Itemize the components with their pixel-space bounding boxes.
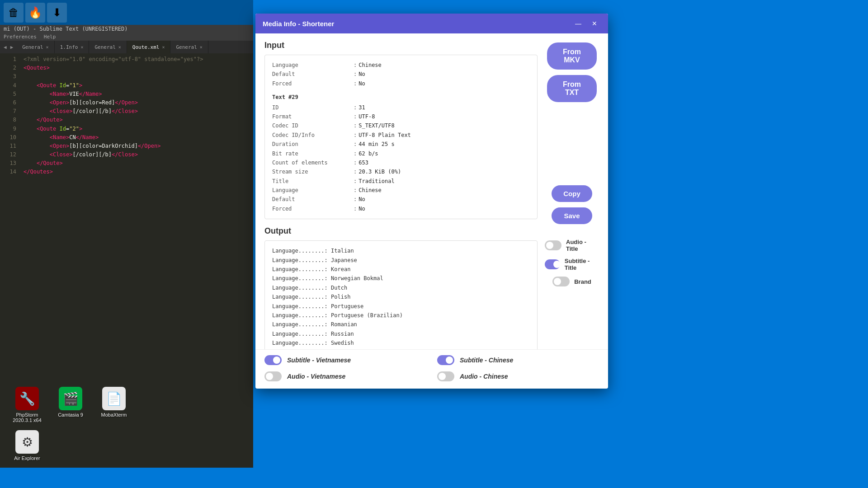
fire-app-icon[interactable]: 🔥 (25, 3, 45, 23)
subtitle-vietnamese-toggle[interactable] (264, 355, 282, 365)
save-button[interactable]: Save (552, 207, 592, 224)
side-panel: From MKV From TXT Copy Save Audio - Titl… (545, 41, 599, 342)
desktop-app-camtasia[interactable]: 🎬 Camtasia 9 (52, 387, 89, 423)
audio-chinese-toggle[interactable] (437, 371, 454, 381)
audio-vietnamese-label: Audio - Vietnamese (287, 373, 345, 380)
input-section-title: Input (264, 41, 538, 50)
desktop-app-mobaxterm[interactable]: 📄 MobaXterm (96, 387, 132, 423)
audio-chinese-row: Audio - Chinese (437, 371, 599, 381)
close-button[interactable]: ✕ (588, 19, 601, 28)
subtitle-chinese-toggle[interactable] (437, 355, 454, 365)
window-controls: — ✕ (572, 19, 601, 28)
tab-info[interactable]: 1.Info × (55, 41, 90, 53)
tab-close-2[interactable]: × (118, 45, 121, 50)
output-section-title: Output (264, 226, 538, 236)
editor-title-text: mi (OUT) - Sublime Text (UNREGISTERED) (4, 26, 128, 32)
tab-close-3[interactable]: × (200, 45, 203, 50)
tab-close-info[interactable]: × (80, 45, 83, 50)
from-mkv-button[interactable]: From MKV (547, 42, 597, 70)
subtitle-vietnamese-label: Subtitle - Vietnamese (287, 357, 351, 364)
recycle-bin-icon[interactable]: 🗑 (4, 3, 24, 23)
window-title: Media Info - Shortener (263, 20, 334, 28)
desktop-icons: 🔧 PhpStorm2020.3.1 x64 🎬 Camtasia 9 📄 Mo… (9, 387, 145, 461)
subtitle-chinese-row: Subtitle - Chinese (437, 355, 599, 365)
brand-label: Brand (574, 278, 591, 285)
media-info-window: Media Info - Shortener — ✕ Input Languag… (255, 14, 608, 389)
tab-general-1[interactable]: General × (17, 41, 54, 53)
tab-next[interactable]: ▶ (9, 44, 15, 50)
minimize-button[interactable]: — (572, 19, 585, 28)
audio-chinese-label: Audio - Chinese (460, 373, 508, 380)
tab-close-qoute[interactable]: × (162, 45, 165, 50)
desktop-app-phpstorm[interactable]: 🔧 PhpStorm2020.3.1 x64 (9, 387, 45, 423)
audio-title-toggle-row: Audio - Title (545, 239, 599, 252)
subtitle-title-toggle-row: Subtitle - Title (545, 258, 599, 271)
qbittorrent-icon[interactable]: ⬇ (47, 3, 67, 23)
main-panel: Input Language:Chinese Default:No Forced… (264, 41, 538, 342)
editor-code: 1<?xml version="1.0" encoding="utf-8" st… (0, 53, 253, 178)
audio-vietnamese-row: Audio - Vietnamese (264, 371, 426, 381)
tab-general-3[interactable]: General × (170, 41, 208, 53)
subtitle-chinese-label: Subtitle - Chinese (460, 357, 513, 364)
tab-qoute-xml[interactable]: Qoute.xml × (127, 41, 171, 53)
menu-preferences[interactable]: Preferences (4, 34, 37, 40)
tab-close-1[interactable]: × (46, 45, 49, 50)
audio-vietnamese-toggle[interactable] (264, 371, 282, 381)
bottom-section: Subtitle - Vietnamese Subtitle - Chinese… (255, 349, 608, 389)
audio-title-toggle[interactable] (545, 240, 561, 250)
brand-toggle-row: Brand (552, 277, 591, 286)
subtitle-title-label: Subtitle - Title (565, 258, 599, 271)
subtitle-title-toggle[interactable] (545, 259, 560, 269)
copy-button[interactable]: Copy (552, 185, 592, 202)
window-content: Input Language:Chinese Default:No Forced… (255, 33, 608, 349)
editor-tabs: ◀ ▶ General × 1.Info × General × Qoute.x… (0, 41, 253, 53)
audio-title-label: Audio - Title (566, 239, 599, 252)
subtitle-vietnamese-row: Subtitle - Vietnamese (264, 355, 426, 365)
tab-prev[interactable]: ◀ (2, 44, 9, 50)
desktop: 🗑 🔥 ⬇ mi (OUT) - Sublime Text (UNREGISTE… (0, 0, 253, 488)
from-txt-button[interactable]: From TXT (547, 75, 597, 102)
output-box: Language........: Italian Language......… (264, 240, 538, 349)
editor-menubar: mi (OUT) - Sublime Text (UNREGISTERED) (0, 25, 253, 33)
tab-general-2[interactable]: General × (89, 41, 127, 53)
taskbar: 🗑 🔥 ⬇ (0, 0, 253, 25)
brand-toggle[interactable] (552, 277, 570, 286)
desktop-app-air-explorer[interactable]: ⚙ Air Explorer (9, 430, 45, 461)
input-info-box: Language:Chinese Default:No Forced:No Te… (264, 55, 538, 219)
menu-help[interactable]: Help (44, 34, 56, 40)
window-titlebar: Media Info - Shortener — ✕ (255, 14, 608, 33)
